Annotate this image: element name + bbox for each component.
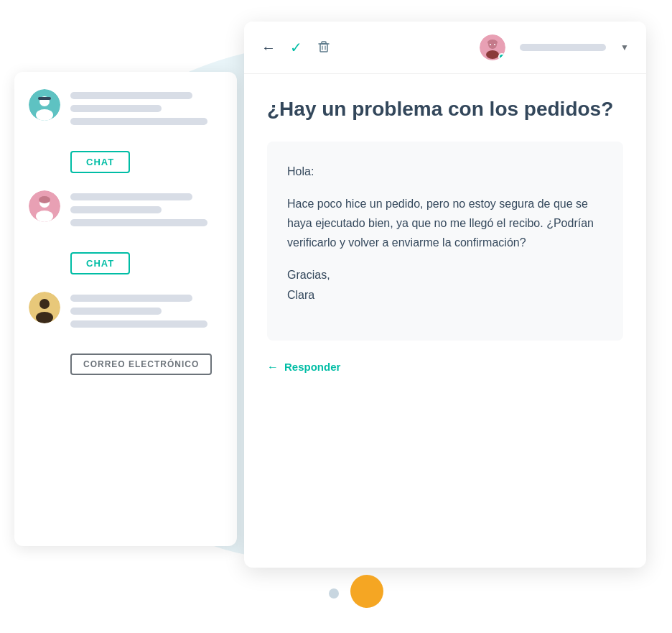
list-item-content <box>70 89 223 131</box>
check-button[interactable]: ✓ <box>290 39 302 56</box>
email-subject: ¿Hay un problema con los pedidos? <box>267 97 623 121</box>
trash-button[interactable] <box>317 39 331 57</box>
list-item-content <box>70 190 223 232</box>
bottom-dot-white <box>329 588 339 599</box>
skeleton-line <box>70 320 207 328</box>
svg-rect-13 <box>322 42 326 44</box>
skeleton-line <box>70 308 162 315</box>
avatar <box>29 292 60 323</box>
reply-arrow-icon: ← <box>267 361 279 374</box>
email-message-box: Hola: Hace poco hice un pedido, pero no … <box>267 142 623 341</box>
svg-rect-11 <box>320 44 327 52</box>
reply-label: Responder <box>284 361 340 373</box>
skeleton-line <box>70 206 162 213</box>
email-body: Hola: Hace poco hice un pedido, pero no … <box>287 162 603 305</box>
svg-point-2 <box>36 109 53 121</box>
bottom-dot-orange <box>350 575 383 608</box>
dropdown-arrow-icon[interactable]: ▼ <box>620 42 629 52</box>
skeleton-line <box>70 105 162 112</box>
chat-badge-1[interactable]: CHAT <box>70 151 130 173</box>
svg-point-19 <box>487 40 498 45</box>
skeleton-line <box>70 219 207 226</box>
svg-point-21 <box>494 44 495 45</box>
user-avatar-container <box>480 34 505 60</box>
svg-point-18 <box>486 50 499 59</box>
user-name-bar <box>520 44 606 51</box>
avatar <box>29 190 60 222</box>
skeleton-line <box>70 92 192 99</box>
user-avatar <box>480 34 505 60</box>
avatar <box>29 89 60 121</box>
online-indicator <box>498 53 505 60</box>
chat-badge-2[interactable]: CHAT <box>70 252 130 274</box>
email-body-text: Hace poco hice un pedido, pero no estoy … <box>287 194 603 253</box>
list-item <box>29 292 223 333</box>
reply-button[interactable]: ← Responder <box>267 361 340 374</box>
svg-point-10 <box>36 312 53 323</box>
svg-point-7 <box>39 196 50 203</box>
right-panel-header: ← ✓ <box>244 22 646 74</box>
list-item <box>29 190 223 232</box>
svg-point-6 <box>36 211 53 222</box>
right-panel: ← ✓ <box>244 22 646 568</box>
skeleton-line <box>70 193 192 200</box>
email-badge[interactable]: CORREO ELECTRÓNICO <box>70 354 212 375</box>
skeleton-line <box>70 118 207 125</box>
right-panel-body: ¿Hay un problema con los pedidos? Hola: … <box>244 74 646 388</box>
email-greeting: Hola: <box>287 162 603 181</box>
svg-point-20 <box>490 44 491 45</box>
svg-rect-3 <box>38 97 51 100</box>
svg-point-9 <box>39 299 50 309</box>
left-panel: CHAT CHAT <box>14 72 237 546</box>
list-item-content <box>70 292 223 333</box>
email-signoff: Gracias, Clara <box>287 265 603 304</box>
back-button[interactable]: ← <box>261 40 276 56</box>
list-item <box>29 89 223 131</box>
skeleton-line <box>70 295 192 302</box>
